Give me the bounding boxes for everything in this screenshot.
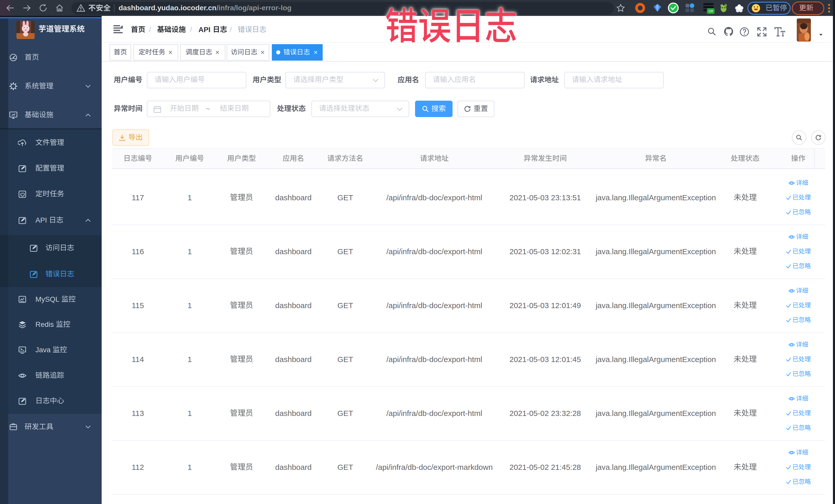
svg-text:Off: Off <box>709 9 713 13</box>
